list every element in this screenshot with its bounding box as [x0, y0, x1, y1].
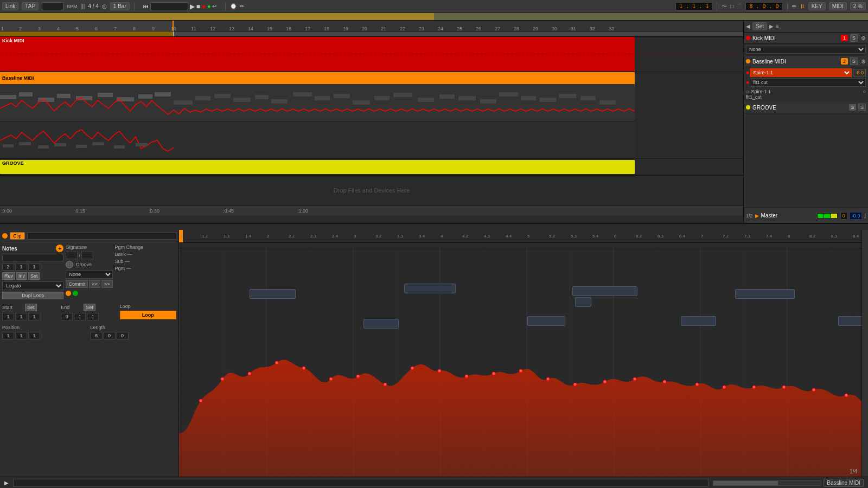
pos-len-section: Position Length: [2, 325, 176, 339]
zoom-display: 2 %: [850, 2, 866, 10]
len-val-1[interactable]: [91, 332, 103, 339]
play-icon-status[interactable]: ▶: [4, 480, 9, 486]
end-val-3[interactable]: [87, 313, 99, 320]
note-num1[interactable]: [2, 263, 14, 271]
pause-icon[interactable]: ⏸: [800, 3, 805, 9]
legato-select[interactable]: Legato: [2, 281, 63, 290]
inv-button[interactable]: Inv: [16, 272, 27, 280]
end-val-1[interactable]: [61, 313, 73, 320]
loop-button[interactable]: Loop: [120, 311, 176, 319]
bassline-s-button[interactable]: S: [850, 57, 858, 65]
play-button[interactable]: ▶: [190, 3, 195, 10]
overdub-icon[interactable]: ●: [207, 3, 210, 9]
set-button[interactable]: Set: [28, 272, 40, 280]
minibar[interactable]: [0, 13, 868, 21]
chain1-expand[interactable]: ○: [863, 88, 866, 94]
note-range-input[interactable]: G2-D3: [2, 254, 63, 261]
sig-den[interactable]: 4: [81, 252, 93, 259]
rev-button[interactable]: Rev: [2, 272, 15, 280]
start-set-btn[interactable]: Set: [25, 304, 37, 311]
piano-roll-area: 1 1.2 1.3 1.4 2 2.2 2.3 2.4 3 3.2 3.3 3.…: [179, 230, 861, 477]
bassline-notes-svg: [0, 84, 635, 121]
metronome-icon: ◎: [102, 3, 107, 9]
svg-point-58: [695, 383, 699, 386]
next-button[interactable]: >>: [101, 280, 113, 288]
end-val-2[interactable]: [74, 313, 86, 320]
end-set-btn[interactable]: Set: [84, 304, 95, 311]
goto-start-icon[interactable]: ⏮: [143, 3, 149, 9]
bassline-track-num: 2: [841, 58, 848, 65]
groove-track: GROOVE: [0, 159, 743, 175]
kick-instrument-select[interactable]: None: [746, 45, 866, 54]
notes-add-button[interactable]: +: [56, 245, 63, 252]
right-panel: ◀ Set ▶ ≡ Kick MIDI 1 S ⚙ None B: [743, 21, 868, 223]
svg-rect-9: [155, 92, 171, 97]
svg-rect-2: [19, 92, 33, 97]
note-transpose-row: [2, 263, 63, 271]
start-val-2[interactable]: [15, 313, 27, 320]
set-expand-icon[interactable]: ▶: [769, 23, 774, 29]
prev-button[interactable]: <<: [89, 280, 100, 288]
drop-zone[interactable]: Drop Files and Devices Here: [0, 175, 743, 205]
roll-note-3[interactable]: [572, 286, 637, 296]
bassline-chain-select[interactable]: flt1 cut: [750, 78, 866, 87]
link-button[interactable]: Link: [2, 2, 18, 10]
svg-rect-18: [334, 94, 350, 98]
sig-num[interactable]: 4: [66, 252, 78, 259]
draw-icon[interactable]: ✏: [240, 3, 244, 9]
kick-sub-panel: None: [744, 44, 868, 55]
kick-options-icon[interactable]: ⚙: [861, 35, 866, 41]
groove-clip[interactable]: GROOVE: [0, 160, 635, 174]
master-label: Master: [761, 213, 778, 219]
position-input[interactable]: 1 . 1 . 1: [150, 2, 188, 10]
track-label-btn[interactable]: Bassline MIDI: [824, 479, 864, 487]
key-button[interactable]: KEY: [808, 2, 826, 10]
pencil-icon[interactable]: ✏: [792, 3, 796, 9]
note-num3[interactable]: [28, 263, 40, 271]
bar-select[interactable]: 1 Bar: [110, 2, 130, 10]
note-num2[interactable]: [15, 263, 27, 271]
roll-note-2[interactable]: [404, 284, 456, 293]
svg-rect-30: [580, 96, 596, 100]
start-val-3[interactable]: [28, 313, 40, 320]
bpm-input[interactable]: 128.00: [42, 2, 63, 10]
midi-button[interactable]: MIDI: [829, 2, 847, 10]
groove-select[interactable]: None: [66, 270, 112, 279]
piano-roll-content[interactable]: 1/4: [179, 248, 861, 477]
commit-button[interactable]: Commit: [66, 280, 88, 288]
len-val-3[interactable]: [117, 332, 129, 339]
status-insert-input[interactable]: Insert Mark 1.1.1: [13, 479, 709, 487]
roll-note-4[interactable]: [575, 297, 591, 307]
record-button[interactable]: ●: [202, 3, 206, 10]
dup-loop-button[interactable]: Dupl Loop: [2, 292, 63, 299]
kick-s-button[interactable]: S: [850, 34, 858, 42]
master-options-icon[interactable]: |: [864, 213, 866, 219]
pos-val-2[interactable]: [15, 332, 27, 339]
svg-rect-36: [76, 145, 87, 148]
groove-knob[interactable]: [66, 261, 73, 268]
loop-region-bar[interactable]: [0, 31, 743, 37]
clip-tab[interactable]: Clip: [10, 232, 25, 240]
clip-name-input[interactable]: Bassline Mi: [27, 232, 176, 240]
pos-val-1[interactable]: [2, 332, 14, 339]
separator-1: [134, 2, 135, 11]
roll-note-1[interactable]: [250, 289, 296, 299]
bassline-header-clip[interactable]: Bassline MIDI: [0, 72, 635, 84]
set-button[interactable]: Set: [752, 22, 767, 30]
roll-note-5[interactable]: [735, 289, 795, 299]
stop-button[interactable]: ■: [196, 3, 200, 10]
quantize-icon[interactable]: ⌚: [230, 3, 237, 9]
pos-val-3[interactable]: [28, 332, 40, 339]
follow-icon[interactable]: ↩: [212, 3, 216, 9]
arrangement-ruler[interactable]: 1 2 3 4 5 6 7 8 9 10 11 12 13 14: [0, 21, 743, 31]
set-options-icon[interactable]: ≡: [776, 23, 779, 29]
tap-button[interactable]: TAP: [22, 2, 39, 10]
piano-roll-ruler[interactable]: 1 1.2 1.3 1.4 2 2.2 2.3 2.4 3 3.2 3.3 3.…: [179, 230, 861, 243]
bassline-instrument-select[interactable]: Spire-1.1: [750, 68, 852, 77]
vscroll[interactable]: [861, 230, 868, 477]
bassline-options-icon[interactable]: ⚙: [861, 59, 866, 65]
groove-s-button[interactable]: S: [858, 104, 866, 111]
len-val-2[interactable]: [104, 332, 116, 339]
loop-column: Loop Loop: [120, 304, 176, 320]
start-val-1[interactable]: [2, 313, 14, 320]
